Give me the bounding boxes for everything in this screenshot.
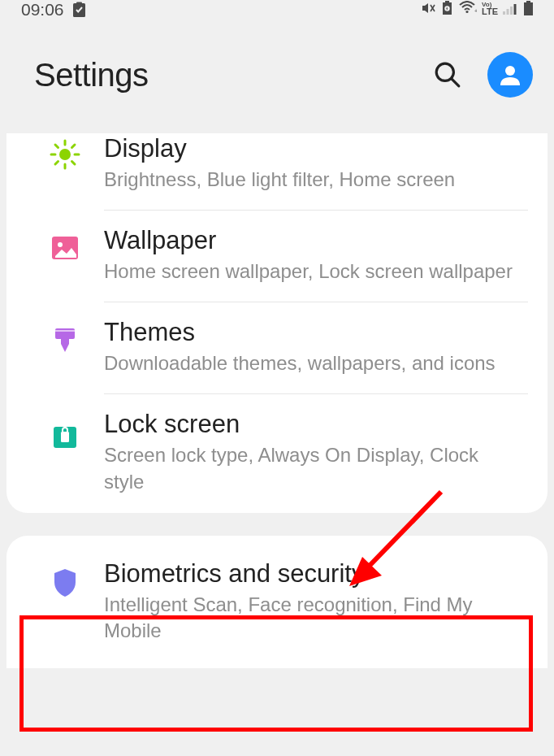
settings-row-display[interactable]: Display Brightness, Blue light filter, H…	[6, 133, 548, 211]
lock-icon	[51, 417, 79, 450]
svg-line-14	[452, 79, 459, 86]
settings-row-biometrics[interactable]: Biometrics and security Intelligent Scan…	[6, 536, 548, 669]
svg-rect-8	[507, 9, 509, 15]
battery-icon	[524, 1, 533, 15]
svg-rect-9	[510, 7, 513, 15]
picture-icon	[50, 233, 80, 263]
row-title: Wallpaper	[104, 225, 520, 257]
settings-row-lockscreen[interactable]: Lock screen Screen lock type, Always On …	[6, 394, 548, 513]
settings-group-1: Display Brightness, Blue light filter, H…	[6, 133, 548, 513]
settings-row-wallpaper[interactable]: Wallpaper Home screen wallpaper, Lock sc…	[6, 211, 548, 302]
svg-line-21	[55, 145, 58, 148]
svg-text:+: +	[474, 8, 477, 14]
status-time: 09:06	[21, 0, 64, 20]
row-title: Display	[104, 133, 520, 165]
battery-saver-icon	[440, 1, 454, 15]
svg-rect-28	[55, 330, 75, 332]
network-type: Vo)LTE	[482, 0, 498, 16]
svg-point-5	[465, 11, 468, 13]
row-desc: Brightness, Blue light filter, Home scre…	[104, 167, 520, 193]
svg-rect-10	[514, 4, 517, 15]
page-header: Settings	[0, 24, 554, 133]
svg-point-15	[505, 66, 515, 76]
row-desc: Home screen wallpaper, Lock screen wallp…	[104, 259, 520, 285]
clipboard-check-icon	[72, 2, 86, 18]
svg-rect-1	[76, 2, 82, 6]
svg-rect-11	[524, 2, 533, 15]
person-icon	[497, 62, 523, 88]
wifi-icon: +	[459, 1, 477, 15]
svg-rect-31	[61, 432, 69, 442]
settings-group-2: Biometrics and security Intelligent Scan…	[6, 536, 548, 669]
row-desc: Intelligent Scan, Face recognition, Find…	[104, 592, 520, 645]
row-title: Lock screen	[104, 409, 520, 441]
svg-rect-3	[445, 1, 449, 2]
svg-point-26	[58, 242, 63, 247]
shield-icon	[50, 567, 80, 599]
row-title: Themes	[104, 317, 520, 349]
signal-icon	[503, 2, 519, 15]
svg-rect-27	[55, 328, 75, 339]
page-title: Settings	[34, 57, 149, 93]
row-title: Biometrics and security	[104, 558, 520, 590]
paint-brush-icon	[50, 325, 80, 356]
svg-line-23	[72, 145, 76, 148]
svg-rect-12	[526, 1, 530, 2]
svg-rect-7	[503, 11, 505, 15]
svg-point-16	[59, 149, 71, 160]
status-bar: 09:06 + Vo)LTE	[0, 0, 554, 24]
profile-avatar[interactable]	[487, 52, 533, 98]
svg-line-24	[55, 162, 58, 165]
settings-row-themes[interactable]: Themes Downloadable themes, wallpapers, …	[6, 302, 548, 394]
sun-icon	[49, 138, 81, 171]
svg-line-22	[72, 162, 76, 165]
row-desc: Downloadable themes, wallpapers, and ico…	[104, 350, 520, 376]
volume-mute-icon	[421, 1, 435, 15]
row-desc: Screen lock type, Always On Display, Clo…	[104, 442, 520, 495]
search-icon[interactable]	[434, 61, 461, 89]
